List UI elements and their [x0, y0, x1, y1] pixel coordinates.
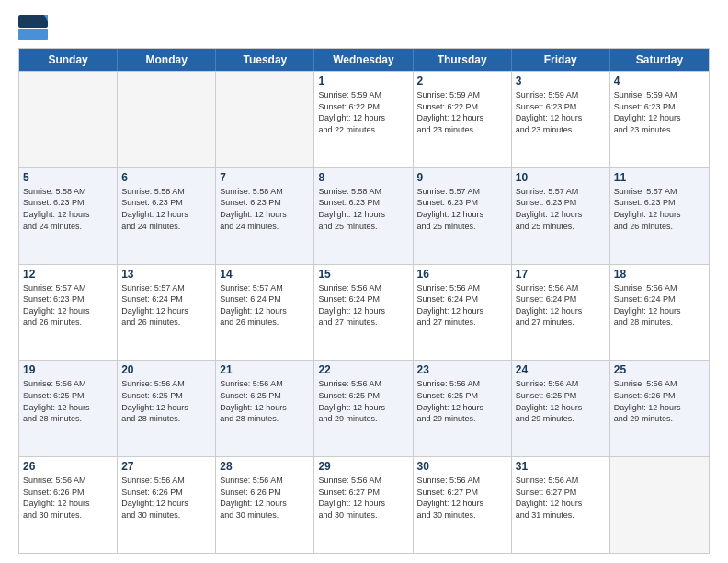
- day-info: Sunrise: 5:56 AM Sunset: 6:24 PM Dayligh…: [614, 282, 705, 328]
- svg-rect-0: [18, 15, 48, 28]
- day-cell-22: 22Sunrise: 5:56 AM Sunset: 6:25 PM Dayli…: [314, 361, 413, 456]
- day-cell-20: 20Sunrise: 5:56 AM Sunset: 6:25 PM Dayli…: [118, 361, 216, 456]
- day-info: Sunrise: 5:59 AM Sunset: 6:22 PM Dayligh…: [318, 89, 408, 135]
- day-cell-15: 15Sunrise: 5:56 AM Sunset: 6:24 PM Dayli…: [314, 265, 413, 361]
- day-cell-6: 6Sunrise: 5:58 AM Sunset: 6:23 PM Daylig…: [118, 168, 216, 264]
- day-info: Sunrise: 5:56 AM Sunset: 6:24 PM Dayligh…: [516, 282, 606, 328]
- day-info: Sunrise: 5:56 AM Sunset: 6:25 PM Dayligh…: [417, 378, 507, 424]
- day-number: 27: [121, 460, 211, 473]
- day-number: 26: [23, 460, 113, 473]
- empty-cell: [610, 457, 709, 553]
- day-info: Sunrise: 5:56 AM Sunset: 6:25 PM Dayligh…: [516, 378, 606, 424]
- day-number: 16: [417, 268, 507, 281]
- day-number: 11: [614, 171, 705, 184]
- day-cell-19: 19Sunrise: 5:56 AM Sunset: 6:25 PM Dayli…: [19, 361, 118, 456]
- day-info: Sunrise: 5:58 AM Sunset: 6:23 PM Dayligh…: [220, 186, 310, 232]
- calendar-row-5: 26Sunrise: 5:56 AM Sunset: 6:26 PM Dayli…: [19, 456, 709, 553]
- day-cell-1: 1Sunrise: 5:59 AM Sunset: 6:22 PM Daylig…: [314, 72, 413, 167]
- day-info: Sunrise: 5:56 AM Sunset: 6:26 PM Dayligh…: [121, 475, 211, 521]
- day-info: Sunrise: 5:59 AM Sunset: 6:22 PM Dayligh…: [417, 89, 507, 135]
- day-info: Sunrise: 5:57 AM Sunset: 6:24 PM Dayligh…: [220, 282, 310, 328]
- calendar-row-3: 12Sunrise: 5:57 AM Sunset: 6:23 PM Dayli…: [19, 264, 709, 361]
- day-info: Sunrise: 5:58 AM Sunset: 6:23 PM Dayligh…: [318, 186, 408, 232]
- day-info: Sunrise: 5:56 AM Sunset: 6:25 PM Dayligh…: [23, 378, 113, 424]
- day-number: 28: [220, 460, 310, 473]
- calendar-row-2: 5Sunrise: 5:58 AM Sunset: 6:23 PM Daylig…: [19, 167, 709, 264]
- day-number: 7: [220, 171, 310, 184]
- day-info: Sunrise: 5:56 AM Sunset: 6:27 PM Dayligh…: [318, 475, 408, 521]
- day-number: 25: [614, 363, 705, 376]
- day-cell-24: 24Sunrise: 5:56 AM Sunset: 6:25 PM Dayli…: [512, 361, 610, 456]
- page: SundayMondayTuesdayWednesdayThursdayFrid…: [0, 0, 728, 563]
- calendar-body: 1Sunrise: 5:59 AM Sunset: 6:22 PM Daylig…: [19, 71, 709, 553]
- day-cell-12: 12Sunrise: 5:57 AM Sunset: 6:23 PM Dayli…: [19, 265, 118, 361]
- calendar-header: SundayMondayTuesdayWednesdayThursdayFrid…: [19, 49, 709, 71]
- day-info: Sunrise: 5:56 AM Sunset: 6:24 PM Dayligh…: [417, 282, 507, 328]
- day-info: Sunrise: 5:56 AM Sunset: 6:25 PM Dayligh…: [318, 378, 408, 424]
- day-number: 4: [614, 75, 705, 87]
- day-info: Sunrise: 5:58 AM Sunset: 6:23 PM Dayligh…: [23, 186, 113, 232]
- day-cell-5: 5Sunrise: 5:58 AM Sunset: 6:23 PM Daylig…: [19, 168, 118, 264]
- day-cell-21: 21Sunrise: 5:56 AM Sunset: 6:25 PM Dayli…: [216, 361, 314, 456]
- day-number: 5: [23, 171, 113, 184]
- day-number: 24: [516, 363, 606, 376]
- day-info: Sunrise: 5:58 AM Sunset: 6:23 PM Dayligh…: [121, 186, 211, 232]
- calendar-row-4: 19Sunrise: 5:56 AM Sunset: 6:25 PM Dayli…: [19, 360, 709, 456]
- day-number: 13: [121, 268, 211, 281]
- day-cell-27: 27Sunrise: 5:56 AM Sunset: 6:26 PM Dayli…: [118, 457, 216, 553]
- logo-icon: [18, 15, 48, 40]
- day-cell-17: 17Sunrise: 5:56 AM Sunset: 6:24 PM Dayli…: [512, 265, 610, 361]
- day-cell-4: 4Sunrise: 5:59 AM Sunset: 6:23 PM Daylig…: [610, 72, 709, 167]
- logo: [18, 15, 51, 40]
- header-day-thursday: Thursday: [414, 49, 512, 71]
- empty-cell: [118, 72, 216, 167]
- day-cell-18: 18Sunrise: 5:56 AM Sunset: 6:24 PM Dayli…: [610, 265, 709, 361]
- day-cell-13: 13Sunrise: 5:57 AM Sunset: 6:24 PM Dayli…: [118, 265, 216, 361]
- day-number: 29: [318, 460, 408, 473]
- day-number: 8: [318, 171, 408, 184]
- day-cell-10: 10Sunrise: 5:57 AM Sunset: 6:23 PM Dayli…: [512, 168, 610, 264]
- day-number: 12: [23, 268, 113, 281]
- calendar: SundayMondayTuesdayWednesdayThursdayFrid…: [18, 48, 710, 554]
- day-number: 30: [417, 460, 507, 473]
- day-info: Sunrise: 5:56 AM Sunset: 6:25 PM Dayligh…: [220, 378, 310, 424]
- day-cell-31: 31Sunrise: 5:56 AM Sunset: 6:27 PM Dayli…: [512, 457, 610, 553]
- day-number: 19: [23, 363, 113, 376]
- header-day-friday: Friday: [512, 49, 610, 71]
- day-info: Sunrise: 5:56 AM Sunset: 6:26 PM Dayligh…: [23, 475, 113, 521]
- day-number: 10: [516, 171, 606, 184]
- header-day-saturday: Saturday: [610, 49, 709, 71]
- day-info: Sunrise: 5:57 AM Sunset: 6:23 PM Dayligh…: [23, 282, 113, 328]
- calendar-row-1: 1Sunrise: 5:59 AM Sunset: 6:22 PM Daylig…: [19, 71, 709, 167]
- day-cell-14: 14Sunrise: 5:57 AM Sunset: 6:24 PM Dayli…: [216, 265, 314, 361]
- header: [18, 15, 710, 40]
- day-number: 9: [417, 171, 507, 184]
- day-number: 14: [220, 268, 310, 281]
- day-number: 2: [417, 75, 507, 87]
- day-number: 17: [516, 268, 606, 281]
- empty-cell: [216, 72, 314, 167]
- day-number: 18: [614, 268, 705, 281]
- day-number: 6: [121, 171, 211, 184]
- day-info: Sunrise: 5:57 AM Sunset: 6:23 PM Dayligh…: [516, 186, 606, 232]
- day-cell-29: 29Sunrise: 5:56 AM Sunset: 6:27 PM Dayli…: [314, 457, 413, 553]
- header-day-tuesday: Tuesday: [216, 49, 314, 71]
- header-day-monday: Monday: [118, 49, 216, 71]
- day-info: Sunrise: 5:56 AM Sunset: 6:27 PM Dayligh…: [516, 475, 606, 521]
- day-info: Sunrise: 5:57 AM Sunset: 6:24 PM Dayligh…: [121, 282, 211, 328]
- day-number: 15: [318, 268, 408, 281]
- day-info: Sunrise: 5:56 AM Sunset: 6:26 PM Dayligh…: [220, 475, 310, 521]
- day-cell-2: 2Sunrise: 5:59 AM Sunset: 6:22 PM Daylig…: [414, 72, 512, 167]
- day-cell-23: 23Sunrise: 5:56 AM Sunset: 6:25 PM Dayli…: [414, 361, 512, 456]
- empty-cell: [19, 72, 118, 167]
- day-cell-11: 11Sunrise: 5:57 AM Sunset: 6:23 PM Dayli…: [610, 168, 709, 264]
- day-number: 22: [318, 363, 408, 376]
- day-cell-25: 25Sunrise: 5:56 AM Sunset: 6:26 PM Dayli…: [610, 361, 709, 456]
- day-info: Sunrise: 5:59 AM Sunset: 6:23 PM Dayligh…: [614, 89, 705, 135]
- day-cell-8: 8Sunrise: 5:58 AM Sunset: 6:23 PM Daylig…: [314, 168, 413, 264]
- day-info: Sunrise: 5:56 AM Sunset: 6:27 PM Dayligh…: [417, 475, 507, 521]
- day-number: 20: [121, 363, 211, 376]
- day-info: Sunrise: 5:57 AM Sunset: 6:23 PM Dayligh…: [417, 186, 507, 232]
- day-cell-7: 7Sunrise: 5:58 AM Sunset: 6:23 PM Daylig…: [216, 168, 314, 264]
- day-number: 3: [516, 75, 606, 87]
